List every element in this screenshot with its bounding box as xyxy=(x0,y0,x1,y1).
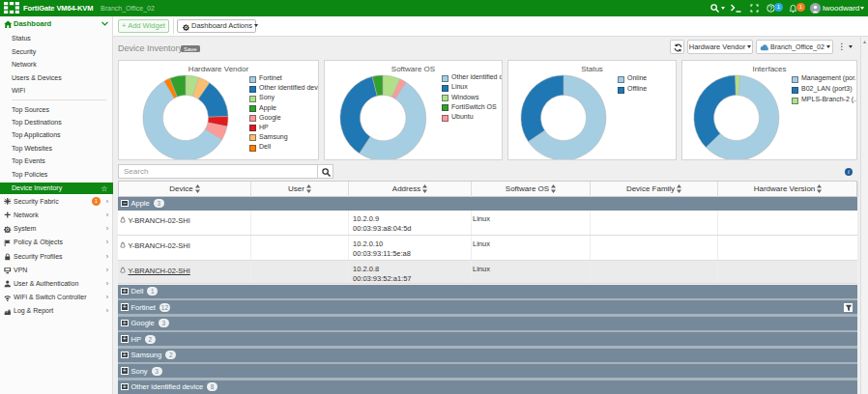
svg-text:?: ? xyxy=(769,5,773,12)
